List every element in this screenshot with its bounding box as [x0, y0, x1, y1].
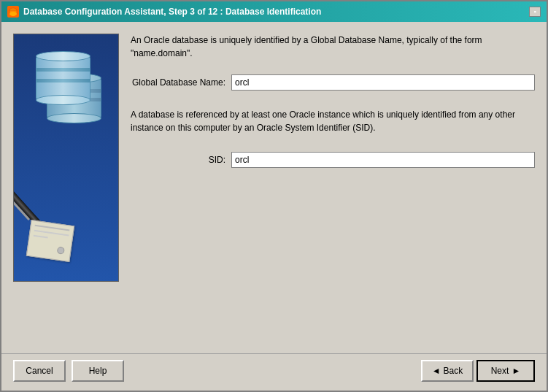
- illustration-panel: [13, 34, 119, 282]
- cancel-button[interactable]: Cancel: [13, 360, 66, 382]
- window-title: Database Configuration Assistant, Step 3…: [23, 7, 525, 17]
- sid-row: SID:: [131, 152, 535, 168]
- help-button[interactable]: Help: [72, 360, 124, 382]
- back-label: Back: [444, 366, 463, 376]
- content-area: An Oracle database is uniquely identifie…: [1, 22, 547, 353]
- global-db-name-input[interactable]: [231, 74, 535, 91]
- sid-label: SID:: [131, 155, 225, 165]
- next-button[interactable]: Next ►: [476, 360, 535, 382]
- description-text-2: A database is referenced by at least one…: [131, 108, 535, 134]
- form-panel: An Oracle database is uniquely identifie…: [131, 34, 535, 342]
- global-db-name-row: Global Database Name:: [131, 74, 535, 91]
- description-text-1: An Oracle database is uniquely identifie…: [131, 34, 535, 60]
- button-bar: Cancel Help ◄ Back Next ►: [1, 353, 547, 391]
- window-controls: ▪: [529, 7, 541, 17]
- back-arrow-icon: ◄: [432, 366, 441, 376]
- sid-input[interactable]: [231, 152, 535, 168]
- next-arrow-icon: ►: [512, 366, 520, 376]
- barrel-front: [36, 56, 90, 100]
- window-icon: [7, 6, 19, 18]
- back-button[interactable]: ◄ Back: [421, 360, 474, 382]
- svg-point-2: [9, 12, 17, 16]
- title-bar: Database Configuration Assistant, Step 3…: [1, 1, 547, 22]
- paper-tag: [26, 220, 74, 262]
- maximize-button[interactable]: ▪: [529, 7, 541, 17]
- global-db-name-label: Global Database Name:: [131, 77, 225, 88]
- nav-buttons: ◄ Back Next ►: [421, 360, 535, 382]
- next-label: Next: [491, 366, 509, 376]
- main-window: Database Configuration Assistant, Step 3…: [0, 0, 548, 392]
